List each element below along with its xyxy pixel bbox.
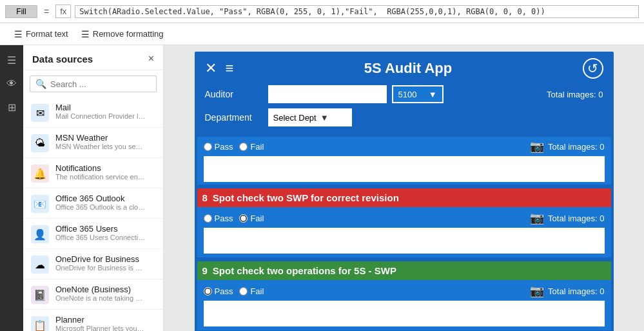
sidebar-item-desc: OneDrive for Business is a cloud storage… xyxy=(55,264,146,272)
department-dropdown[interactable]: Select Dept ▼ xyxy=(268,108,352,126)
sidebar-icon: 📋 xyxy=(31,316,49,331)
sidebar-item-text: OneDrive for Business OneDrive for Busin… xyxy=(55,254,155,272)
sidebar-item-name: Mail xyxy=(55,103,155,112)
sidebar-icon: 👤 xyxy=(31,225,49,243)
sidebar-icon: 🌤 xyxy=(31,134,49,152)
sidebar-item-onedrive-for-business[interactable]: ☁ OneDrive for Business OneDrive for Bus… xyxy=(23,249,163,279)
sidebar-item-notifications[interactable]: 🔔 Notifications The notification service… xyxy=(23,158,163,188)
section-header-8: 8 Spot check two SWP for correct revisio… xyxy=(197,188,611,207)
notes-9[interactable] xyxy=(204,301,605,326)
sidebar-icon: 📧 xyxy=(31,195,49,213)
app-menu-icon[interactable]: ≡ xyxy=(226,60,234,77)
app-header: ✕ ≡ 5S Audit App ↺ xyxy=(195,52,614,85)
radio-row-extra: Pass Fail xyxy=(204,141,264,153)
sidebar-item-name: Office 365 Users xyxy=(55,224,155,234)
camera-icon-9[interactable]: 📷 xyxy=(530,284,544,298)
auditor-row: Auditor 5100 ▼ Total images: 0 xyxy=(205,85,603,103)
radio-pass-9[interactable]: Pass xyxy=(204,286,233,296)
sidebar-item-name: Office 365 Outlook xyxy=(55,194,155,203)
search-input[interactable] xyxy=(50,79,151,89)
eye-icon[interactable]: 👁 xyxy=(0,74,23,94)
notes-extra[interactable] xyxy=(204,156,605,182)
sidebar-item-onenote-(business)[interactable]: 📓 OneNote (Business) OneNote is a note t… xyxy=(23,279,163,310)
app-panel: ✕ ≡ 5S Audit App ↺ Auditor 5100 ▼ Total … xyxy=(195,52,614,331)
fill-label: Fill xyxy=(5,5,37,18)
format-text-icon: ☰ xyxy=(14,29,23,39)
radio-fail-8[interactable]: Fail xyxy=(239,214,264,223)
camera-total-8: 📷 Total images: 0 xyxy=(530,211,604,225)
radio-row-9: Pass Fail xyxy=(204,285,264,297)
department-arrow: ▼ xyxy=(320,113,329,123)
sidebar-item-name: OneNote (Business) xyxy=(55,285,155,294)
sidebar-item-office-365-users[interactable]: 👤 Office 365 Users Office 365 Users Conn… xyxy=(23,219,163,249)
sidebar-item-text: Office 365 Outlook Office 365 Outlook is… xyxy=(55,194,155,211)
sidebar-item-desc: Office 365 Users Connection provider let… xyxy=(55,234,146,241)
section-number-8: 8 xyxy=(202,192,208,203)
sidebar-item-desc: Office 365 Outlook is a cloud-based serv… xyxy=(55,203,146,211)
sidebar-icon: ☁ xyxy=(31,256,49,274)
notes-8[interactable] xyxy=(204,228,605,254)
sidebar-close-button[interactable]: × xyxy=(148,53,154,65)
section-extra: Pass Fail 📷 Total images: 0 xyxy=(197,137,611,185)
radio-fail-9[interactable]: Fail xyxy=(239,286,264,296)
section-header-9: 9 Spot check two operations for 5S - SWP xyxy=(197,261,611,280)
sidebar-item-name: Notifications xyxy=(55,163,155,173)
sidebar-item-msn-weather[interactable]: 🌤 MSN Weather MSN Weather lets you see t… xyxy=(23,128,163,158)
radio-fail-extra[interactable]: Fail xyxy=(239,142,264,152)
section-title-9: Spot check two operations for 5S - SWP xyxy=(213,265,396,276)
radio-pass-extra[interactable]: Pass xyxy=(204,142,233,152)
formula-bar[interactable] xyxy=(75,5,639,18)
sidebar-icon: 📓 xyxy=(31,286,49,304)
app-fields: Auditor 5100 ▼ Total images: 0 Departmen… xyxy=(195,85,614,137)
radio-row-8: Pass Fail xyxy=(204,212,264,225)
camera-total-9: 📷 Total images: 0 xyxy=(530,284,604,298)
format-text-label: Format text xyxy=(26,29,68,39)
app-refresh-icon[interactable]: ↺ xyxy=(583,58,603,79)
dept-code-arrow: ▼ xyxy=(429,90,437,99)
sidebar-item-name: Planner xyxy=(55,315,155,325)
sidebar-item-desc: Mail Connection Provider lets you send e… xyxy=(55,112,146,120)
sidebar-item-mail[interactable]: ✉ Mail Mail Connection Provider lets you… xyxy=(23,97,163,128)
total-images-9: Total images: 0 xyxy=(548,286,604,296)
department-row: Department Select Dept ▼ xyxy=(205,108,603,126)
main-layout: ☰ 👁 ⊞ Data sources × 🔍 ✉ Mail Mail Conne… xyxy=(0,45,644,331)
radio-pass-8[interactable]: Pass xyxy=(204,214,233,223)
section-body-9: Pass Fail 📷 Total images: 0 xyxy=(197,280,611,330)
left-strip: ☰ 👁 ⊞ xyxy=(0,45,23,331)
layers-icon[interactable]: ⊞ xyxy=(0,97,23,117)
sidebar-item-text: Notifications The notification service e… xyxy=(55,163,155,181)
section-8: 8 Spot check two SWP for correct revisio… xyxy=(197,188,611,257)
section-9: 9 Spot check two operations for 5S - SWP… xyxy=(197,261,611,330)
app-close-icon[interactable]: ✕ xyxy=(205,60,217,77)
remove-formatting-button[interactable]: ☰ Remove formatting xyxy=(75,26,170,42)
dept-code-value: 5100 xyxy=(398,90,417,99)
total-images-extra: Total images: 0 xyxy=(548,142,604,152)
format-text-button[interactable]: ☰ Format text xyxy=(8,26,75,42)
section-body-8: Pass Fail 📷 Total images: 0 xyxy=(197,207,611,257)
sidebar-list: ✉ Mail Mail Connection Provider lets you… xyxy=(23,97,163,331)
sidebar-icon: ✉ xyxy=(31,104,49,122)
sidebar-item-desc: MSN Weather lets you see the latest weat… xyxy=(55,143,146,150)
sidebar-item-planner[interactable]: 📋 Planner Microsoft Planner lets you eas… xyxy=(23,310,163,331)
sidebar-item-text: MSN Weather MSN Weather lets you see the… xyxy=(55,133,155,150)
hamburger-icon[interactable]: ☰ xyxy=(0,50,23,70)
sidebar-item-office-365-outlook[interactable]: 📧 Office 365 Outlook Office 365 Outlook … xyxy=(23,188,163,219)
sidebar: Data sources × 🔍 ✉ Mail Mail Connection … xyxy=(23,45,164,331)
sidebar-header: Data sources × xyxy=(23,45,163,70)
fx-button[interactable]: fx xyxy=(55,5,71,18)
sidebar-search[interactable]: 🔍 xyxy=(30,75,157,92)
auditor-input[interactable] xyxy=(268,85,387,103)
toolbar: ☰ Format text ☰ Remove formatting xyxy=(0,23,644,45)
section-number-9: 9 xyxy=(202,265,208,276)
sections-container: Pass Fail 📷 Total images: 0 8 Spot check… xyxy=(195,137,614,331)
department-label: Department xyxy=(205,112,263,123)
dept-code-select[interactable]: 5100 ▼ xyxy=(392,85,444,103)
camera-icon-8[interactable]: 📷 xyxy=(530,211,544,225)
total-images-header: Total images: 0 xyxy=(547,90,603,99)
camera-icon-extra[interactable]: 📷 xyxy=(530,139,544,154)
sidebar-icon: 🔔 xyxy=(31,165,49,183)
sidebar-item-text: Planner Microsoft Planner lets you easil… xyxy=(55,315,155,331)
sidebar-item-text: Office 365 Users Office 365 Users Connec… xyxy=(55,224,155,241)
auditor-label: Auditor xyxy=(205,89,263,99)
sidebar-item-name: MSN Weather xyxy=(55,133,155,143)
